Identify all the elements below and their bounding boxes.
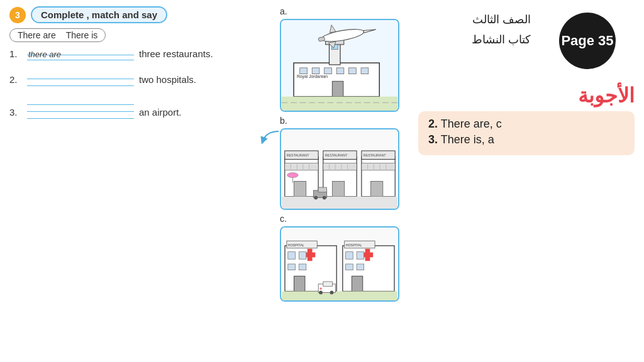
answer-line-3b [27, 107, 134, 112]
svg-rect-65 [299, 264, 306, 270]
word-bank: There are There is [9, 28, 106, 42]
svg-rect-61 [288, 252, 296, 260]
restaurant-illustration: RESTAURANT RESTAURANT [281, 129, 398, 209]
svg-rect-38 [332, 181, 344, 196]
answer-field-1: there are [27, 50, 134, 60]
middle-section: a. [280, 6, 412, 356]
svg-text:✚: ✚ [319, 287, 322, 290]
answer-text-2: There are, c [441, 118, 502, 130]
exercise-item-3: 3. an airport. [9, 100, 274, 119]
svg-rect-72 [357, 252, 364, 260]
svg-rect-7 [361, 68, 369, 74]
svg-text:RESTAURANT: RESTAURANT [325, 153, 348, 157]
svg-rect-71 [346, 252, 353, 260]
answer-line-3a [27, 100, 134, 105]
svg-rect-47 [370, 181, 382, 196]
svg-rect-63 [294, 276, 305, 291]
image-box-c: HOSPITAL HOSPITAL [280, 226, 399, 302]
page-badge: Page 35 [559, 13, 616, 69]
svg-rect-17 [282, 97, 398, 111]
title-row: 3 Complete , match and say [9, 6, 274, 23]
hospital-illustration: HOSPITAL HOSPITAL [281, 228, 398, 300]
answers-box: 2. There are, c 3. There is, a [418, 111, 635, 155]
answer-line-2b [27, 81, 134, 86]
item-number-1: 1. [9, 48, 22, 60]
svg-rect-50 [282, 197, 397, 209]
svg-text:Royal Jordanian: Royal Jordanian [297, 74, 328, 79]
word2: There is [66, 30, 98, 40]
svg-rect-3 [312, 68, 319, 74]
svg-point-53 [314, 196, 318, 200]
right-top: الصف الثالث كتاب النشاط Page 35 [418, 9, 635, 72]
svg-text:RESTAURANT: RESTAURANT [364, 153, 386, 157]
image-item-c: c. HOSPITAL [280, 214, 412, 302]
svg-rect-75 [357, 264, 364, 270]
arrow-b [260, 128, 282, 144]
svg-point-54 [323, 196, 326, 200]
image-box-a: Royal Jordanian [280, 19, 399, 112]
svg-rect-16 [318, 37, 325, 41]
answers-section: الأجوبة 2. There are, c 3. There is, a [418, 84, 635, 155]
right-section: الصف الثالث كتاب النشاط Page 35 الأجوبة … [418, 6, 635, 356]
answers-title: الأجوبة [418, 84, 635, 107]
exercise-item-1: 1. there are three restaurants. [9, 48, 274, 60]
answer-field-3 [27, 100, 134, 119]
svg-rect-2 [300, 68, 308, 74]
svg-rect-62 [299, 252, 306, 260]
svg-rect-29 [294, 181, 306, 196]
item-number-2: 2. [9, 74, 22, 86]
answer-text-3: There is, a [441, 133, 494, 146]
svg-rect-78 [323, 282, 333, 287]
item-number-3: 3. [9, 107, 22, 119]
arabic-line2: كتاب النشاط [472, 30, 531, 50]
svg-rect-32 [323, 163, 357, 170]
svg-rect-41 [362, 163, 395, 170]
exercise-number-badge: 3 [9, 7, 26, 23]
airport-illustration: Royal Jordanian [281, 20, 398, 111]
svg-point-80 [319, 291, 323, 295]
svg-text:HOSPITAL: HOSPITAL [288, 243, 304, 247]
answer-item-2: 2. There are, c [428, 118, 625, 131]
item-text-2: two hospitals. [139, 74, 196, 86]
svg-rect-23 [285, 163, 318, 170]
svg-text:HOSPITAL: HOSPITAL [346, 243, 362, 247]
svg-rect-76 [282, 292, 397, 301]
svg-rect-6 [349, 68, 357, 74]
svg-rect-4 [325, 68, 332, 74]
image-item-b: b. [280, 116, 412, 210]
filled-answer-1: there are [28, 50, 61, 59]
item-text-1: three restaurants. [139, 48, 213, 60]
left-section: 3 Complete , match and say There are The… [9, 6, 274, 356]
word1: There are [18, 30, 56, 40]
image-box-b: RESTAURANT RESTAURANT [280, 128, 399, 210]
svg-rect-52 [318, 187, 327, 192]
answer-line-2a [27, 74, 134, 79]
arabic-line1: الصف الثالث [472, 9, 531, 30]
arabic-title: الصف الثالث كتاب النشاط [472, 9, 531, 50]
answer-num-3: 3. [428, 133, 438, 146]
exercise-title: Complete , match and say [31, 6, 167, 23]
answer-num-2: 2. [428, 118, 438, 130]
image-label-b: b. [280, 116, 287, 126]
svg-point-49 [287, 173, 298, 178]
svg-rect-64 [288, 264, 296, 270]
image-item-a: a. [280, 6, 412, 112]
svg-rect-74 [346, 264, 353, 270]
image-label-a: a. [280, 6, 287, 16]
svg-rect-73 [352, 276, 362, 291]
exercise-item-2: 2. two hospitals. [9, 74, 274, 86]
svg-point-81 [330, 291, 334, 295]
answer-field-2 [27, 74, 134, 86]
answer-line-3c [27, 114, 134, 119]
svg-rect-5 [336, 68, 344, 74]
main-page: 3 Complete , match and say There are The… [0, 0, 644, 362]
svg-text:RESTAURANT: RESTAURANT [287, 153, 309, 157]
item-text-3: an airport. [139, 107, 182, 119]
svg-rect-11 [332, 81, 343, 96]
answer-item-3: 3. There is, a [428, 133, 625, 146]
image-label-c: c. [280, 214, 287, 224]
